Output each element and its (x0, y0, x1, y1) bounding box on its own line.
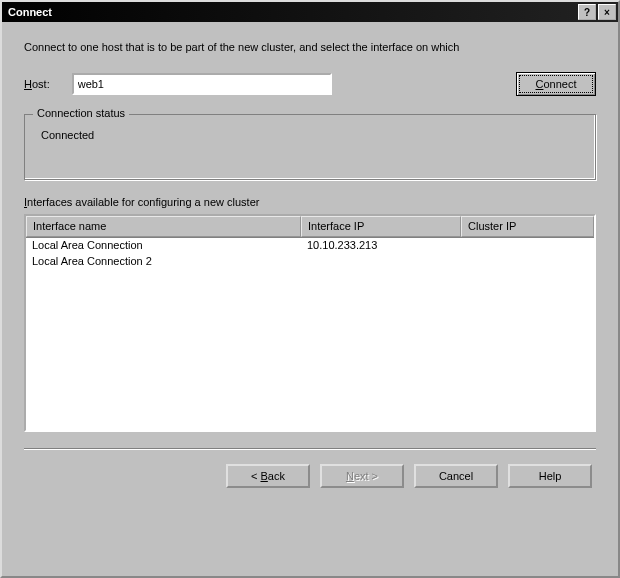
listview-header: Interface name Interface IP Cluster IP (26, 216, 594, 238)
dialog-window: Connect ? × Connect to one host that is … (0, 0, 620, 578)
host-row: Host: Connect (24, 72, 596, 96)
host-input[interactable] (72, 73, 332, 95)
titlebar: Connect ? × (2, 2, 618, 22)
connection-status-group: Connection status Connected (24, 114, 596, 180)
table-row[interactable]: Local Area Connection 2 (26, 254, 594, 270)
column-header-ip[interactable]: Interface IP (301, 216, 461, 237)
listview-body: Local Area Connection 10.10.233.213 Loca… (26, 238, 594, 430)
help-button[interactable]: Help (508, 464, 592, 488)
next-button[interactable]: Next > (320, 464, 404, 488)
cell-cluster-ip (461, 254, 594, 270)
close-titlebar-button[interactable]: × (598, 4, 616, 20)
wizard-buttons: < Back Next > Cancel Help (24, 464, 596, 488)
titlebar-buttons: ? × (578, 4, 616, 20)
separator (24, 448, 596, 450)
back-button[interactable]: < Back (226, 464, 310, 488)
cell-interface-name: Local Area Connection 2 (26, 254, 301, 270)
table-row[interactable]: Local Area Connection 10.10.233.213 (26, 238, 594, 254)
cell-interface-name: Local Area Connection (26, 238, 301, 254)
connect-button[interactable]: Connect (516, 72, 596, 96)
connection-status-text: Connected (37, 129, 583, 141)
connection-status-legend: Connection status (33, 107, 129, 119)
host-label: Host: (24, 78, 50, 90)
interfaces-listview[interactable]: Interface name Interface IP Cluster IP L… (24, 214, 596, 432)
interfaces-label: Interfaces available for configuring a n… (24, 196, 596, 208)
column-header-name[interactable]: Interface name (26, 216, 301, 237)
cell-interface-ip: 10.10.233.213 (301, 238, 461, 254)
cancel-button[interactable]: Cancel (414, 464, 498, 488)
help-titlebar-button[interactable]: ? (578, 4, 596, 20)
column-header-cluster[interactable]: Cluster IP (461, 216, 594, 237)
instruction-text: Connect to one host that is to be part o… (24, 40, 596, 54)
dialog-content: Connect to one host that is to be part o… (2, 22, 618, 576)
cell-interface-ip (301, 254, 461, 270)
window-title: Connect (8, 6, 52, 18)
cell-cluster-ip (461, 238, 594, 254)
